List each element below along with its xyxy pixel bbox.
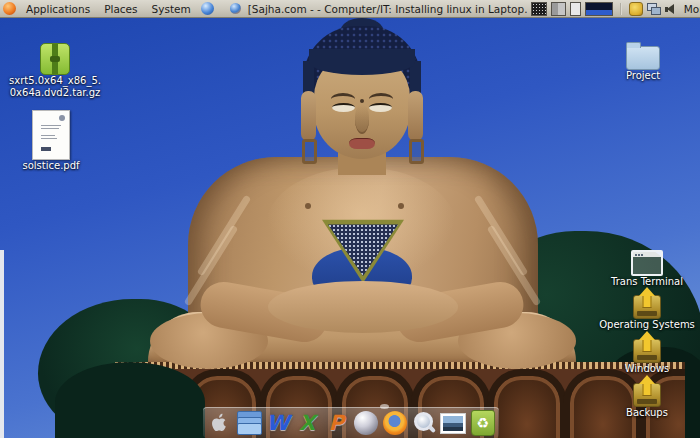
menu-system[interactable]: System (145, 0, 198, 17)
tray-separator (620, 3, 622, 15)
clock[interactable]: Mon Sep 17, 10:21 AM (680, 3, 700, 15)
archive-label-line2: 0x64a.dvd2.tar.gz (0, 87, 110, 99)
search-icon[interactable] (411, 410, 437, 436)
os-label: Operating Systems (592, 319, 700, 331)
system-monitor-cpu-graph[interactable] (531, 2, 547, 16)
desktop-icon-archive[interactable]: sxrt5.0x64_x86_5. 0x64a.dvd2.tar.gz (0, 43, 110, 98)
files-icon[interactable] (236, 410, 262, 436)
volume-icon[interactable] (665, 3, 676, 15)
archive-icon (40, 43, 70, 75)
system-monitor-mem-graph[interactable] (551, 2, 566, 16)
desktop[interactable]: sxrt5.0x64_x86_5. 0x64a.dvd2.tar.gz sols… (0, 17, 700, 438)
folder-icon (626, 46, 660, 70)
system-monitor-swap-graph[interactable] (570, 2, 581, 16)
archive-label-line1: sxrt5.0x64_x86_5. (0, 75, 110, 87)
panel-tray: Mon Sep 17, 10:21 AM (531, 2, 700, 16)
terminal-icon (631, 250, 663, 276)
screenshot-icon[interactable] (440, 410, 466, 436)
firefox-icon[interactable] (382, 410, 408, 436)
system-monitor-net-graph[interactable] (585, 2, 613, 16)
word-icon[interactable]: W (265, 410, 291, 436)
top-panel: Applications Places System [Sajha.com - … (0, 0, 700, 18)
pdf-document-icon (32, 110, 70, 160)
powerpoint-icon[interactable]: P (323, 410, 349, 436)
desktop-icon-trans-terminal[interactable]: Trans Terminal (597, 250, 697, 288)
backups-label: Backups (592, 407, 700, 419)
menu-places[interactable]: Places (97, 0, 144, 17)
wallpaper-photo-edge (0, 250, 4, 438)
sphere-icon[interactable] (353, 410, 379, 436)
windows-label: Windows (592, 363, 700, 375)
firefox-launcher-icon[interactable] (201, 2, 214, 15)
menu-applications[interactable]: Applications (19, 0, 97, 17)
update-notifier-icon[interactable] (629, 2, 643, 16)
screen: Applications Places System [Sajha.com - … (0, 0, 700, 438)
excel-icon[interactable]: X (294, 410, 320, 436)
drive-icon (633, 383, 661, 407)
trash-icon[interactable]: ♻ (470, 410, 496, 436)
firefox-window-icon (230, 3, 241, 14)
apple-icon[interactable] (206, 410, 232, 436)
statue-hands (268, 281, 458, 333)
trees-left-lower (55, 362, 205, 438)
window-title: [Sajha.com - - Computer/IT: Installing l… (248, 3, 527, 15)
terminal-label: Trans Terminal (597, 276, 697, 288)
network-icon[interactable] (647, 3, 661, 15)
desktop-icon-windows[interactable]: Windows (592, 331, 700, 375)
pdf-label: solstice.pdf (1, 160, 101, 172)
drive-icon (633, 295, 661, 319)
desktop-icon-project[interactable]: Project (603, 46, 683, 82)
distro-logo-icon[interactable] (3, 2, 16, 15)
window-list-button[interactable]: [Sajha.com - - Computer/IT: Installing l… (223, 0, 531, 17)
dock: W X P ♻ (203, 407, 499, 438)
project-label: Project (603, 70, 683, 82)
desktop-icon-solstice-pdf[interactable]: solstice.pdf (1, 110, 101, 172)
desktop-icon-backups[interactable]: Backups (592, 375, 700, 419)
drive-icon (633, 339, 661, 363)
desktop-icon-operating-systems[interactable]: Operating Systems (592, 287, 700, 331)
